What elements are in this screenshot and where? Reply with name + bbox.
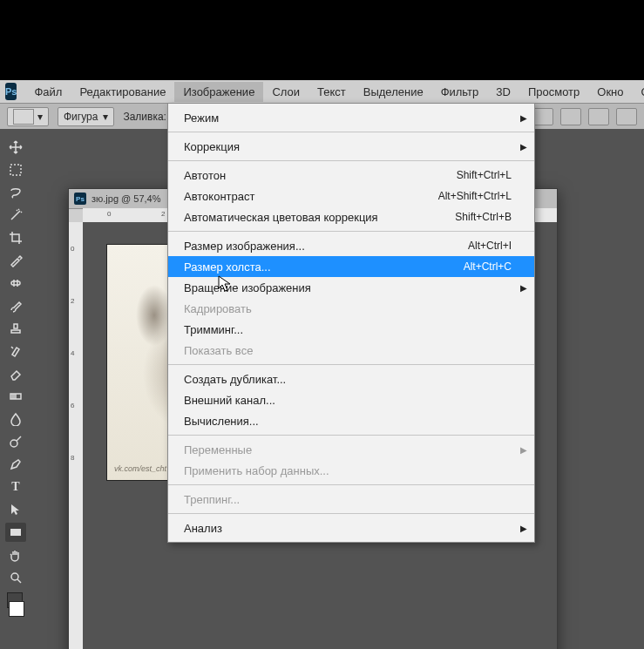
- color-swatches[interactable]: [5, 591, 26, 619]
- gradient-tool[interactable]: [5, 387, 26, 406]
- toolbox: T: [3, 136, 29, 619]
- rectangle-tool[interactable]: [5, 523, 26, 542]
- menu-calculations-label: Вычисления...: [184, 415, 259, 428]
- menu-reveal-all-label: Показать все: [184, 344, 253, 357]
- menubar: Ps Файл Редактирование Изображение Слои …: [0, 80, 644, 104]
- pen-tool[interactable]: [5, 455, 26, 474]
- document-title: зю.jpg @ 57,4%: [92, 193, 161, 204]
- menu-adjustments[interactable]: Коррекция ▶: [168, 136, 534, 157]
- menu-trim[interactable]: Тримминг...: [168, 319, 534, 340]
- history-brush-tool[interactable]: [5, 341, 26, 361]
- zoom-tool[interactable]: [5, 568, 26, 587]
- svg-rect-4: [10, 529, 21, 536]
- menu-image-size-label: Размер изображения...: [184, 240, 305, 253]
- dodge-tool[interactable]: [5, 432, 26, 451]
- menu-image-size-key: Alt+Ctrl+I: [468, 240, 512, 252]
- menu-mode-label: Режим: [184, 112, 219, 125]
- marquee-tool[interactable]: [5, 160, 26, 179]
- window-blackbar: [0, 0, 644, 80]
- heal-tool[interactable]: [5, 274, 26, 293]
- menu-auto-tone[interactable]: Автотон Shift+Ctrl+L: [168, 165, 534, 186]
- menu-trim-label: Тримминг...: [184, 323, 243, 336]
- menu-auto-color[interactable]: Автоматическая цветовая коррекция Shift+…: [168, 206, 534, 227]
- submenu-arrow-icon: ▶: [520, 142, 527, 152]
- move-tool[interactable]: [5, 138, 26, 157]
- menu-view[interactable]: Просмотр: [519, 82, 588, 102]
- menu-auto-contrast-key: Alt+Shift+Ctrl+L: [438, 190, 512, 202]
- svg-rect-1: [11, 281, 20, 285]
- arrange-icon[interactable]: [588, 108, 609, 125]
- menu-rotation[interactable]: Вращение изображения ▶: [168, 277, 534, 298]
- menu-select[interactable]: Выделение: [355, 82, 432, 102]
- menu-reveal-all[interactable]: Показать все: [168, 340, 534, 361]
- svg-point-5: [11, 573, 18, 580]
- menu-image[interactable]: Изображение: [174, 82, 263, 102]
- brush-tool[interactable]: [5, 296, 26, 315]
- menu-adjustments-label: Коррекция: [184, 140, 240, 153]
- menu-variables[interactable]: Переменные ▶: [168, 439, 534, 460]
- menu-canvas-size[interactable]: Размер холста... Alt+Ctrl+C: [168, 256, 534, 277]
- menu-file[interactable]: Файл: [25, 82, 71, 102]
- ruler-v-tick: 0: [71, 245, 74, 253]
- wand-tool[interactable]: [5, 206, 26, 225]
- menu-auto-contrast-label: Автоконтраст: [184, 190, 254, 203]
- submenu-arrow-icon: ▶: [520, 445, 527, 455]
- submenu-arrow-icon: ▶: [520, 524, 527, 533]
- menu-layers[interactable]: Слои: [263, 82, 308, 102]
- menu-mode[interactable]: Режим ▶: [168, 107, 534, 128]
- ruler-vertical[interactable]: 0 2 4 6 8: [69, 222, 84, 649]
- menu-help[interactable]: Справка: [633, 82, 644, 102]
- rect-icon: [13, 109, 34, 125]
- image-menu-popup: Режим ▶ Коррекция ▶ Автотон Shift+Ctrl+L…: [167, 103, 535, 543]
- type-tool[interactable]: T: [5, 477, 26, 497]
- menu-auto-contrast[interactable]: Автоконтраст Alt+Shift+Ctrl+L: [168, 186, 534, 206]
- ruler-h-tick: 0: [107, 210, 111, 218]
- menu-analysis[interactable]: Анализ ▶: [168, 517, 534, 538]
- menu-apply-image-label: Внешний канал...: [184, 394, 275, 407]
- hand-tool[interactable]: [5, 545, 26, 564]
- eyedropper-tool[interactable]: [5, 251, 26, 270]
- align-icon[interactable]: [560, 108, 581, 125]
- fill-label: Заливка:: [123, 111, 166, 123]
- svg-point-3: [10, 440, 17, 447]
- menu-apply-image[interactable]: Внешний канал...: [168, 389, 534, 410]
- menu-analysis-label: Анализ: [184, 522, 222, 535]
- doc-logo-icon: Ps: [74, 193, 86, 205]
- menu-image-size[interactable]: Размер изображения... Alt+Ctrl+I: [168, 235, 534, 256]
- background-swatch[interactable]: [9, 601, 24, 617]
- menu-auto-color-key: Shift+Ctrl+B: [455, 211, 512, 223]
- menu-auto-tone-label: Автотон: [184, 169, 226, 182]
- menu-trap[interactable]: Треппинг...: [168, 489, 534, 510]
- menu-edit[interactable]: Редактирование: [71, 82, 174, 102]
- ruler-h-tick: 2: [161, 210, 165, 218]
- menu-apply-data-label: Применить набор данных...: [184, 464, 329, 477]
- menu-canvas-size-label: Размер холста...: [184, 260, 271, 274]
- ruler-v-tick: 4: [71, 349, 74, 357]
- app-root: Ps Файл Редактирование Изображение Слои …: [0, 0, 644, 649]
- stamp-tool[interactable]: [5, 319, 26, 338]
- blur-tool[interactable]: [5, 409, 26, 429]
- ruler-v-tick: 6: [71, 402, 74, 409]
- svg-rect-0: [10, 165, 21, 175]
- crop-tool[interactable]: [5, 228, 26, 247]
- shape-mode-dropdown[interactable]: Фигура ▾: [58, 107, 114, 126]
- menu-duplicate[interactable]: Создать дубликат...: [168, 368, 534, 389]
- menu-type[interactable]: Текст: [308, 82, 355, 102]
- menu-crop[interactable]: Кадрировать: [168, 298, 534, 319]
- menu-window[interactable]: Окно: [588, 82, 632, 102]
- menu-filter[interactable]: Фильтр: [432, 82, 488, 102]
- image-watermark: vk.com/est_cht: [114, 464, 166, 473]
- path-select-tool[interactable]: [5, 500, 26, 519]
- eraser-tool[interactable]: [5, 364, 26, 383]
- menu-3d[interactable]: 3D: [487, 82, 519, 102]
- menu-trap-label: Треппинг...: [184, 493, 240, 506]
- shape-preset-dropdown[interactable]: ▾: [7, 107, 49, 126]
- menu-rotation-label: Вращение изображения: [184, 281, 311, 294]
- menu-calculations[interactable]: Вычисления...: [168, 410, 534, 431]
- lasso-tool[interactable]: [5, 183, 26, 202]
- app-logo: Ps: [5, 83, 17, 100]
- gear-icon[interactable]: [616, 108, 637, 125]
- menu-apply-data[interactable]: Применить набор данных...: [168, 460, 534, 481]
- options-right-group: [532, 108, 644, 125]
- opt-icon-1[interactable]: [532, 108, 553, 125]
